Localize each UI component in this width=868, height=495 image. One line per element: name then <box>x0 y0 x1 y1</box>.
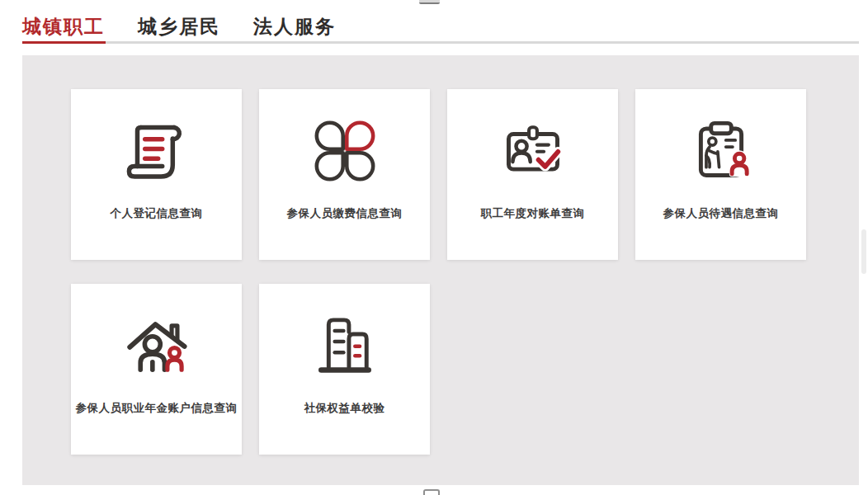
house-people-icon <box>71 310 242 381</box>
tab-bar: 城镇职工 城乡居民 法人服务 <box>22 14 336 40</box>
buildings-icon <box>259 310 430 381</box>
scrollbar-thumb[interactable] <box>861 229 866 274</box>
card-occupational-pension-account-query[interactable]: 参保人员职业年金账户信息查询 <box>71 284 242 455</box>
active-tab-underline <box>22 41 106 44</box>
bottom-cutoff-element <box>423 489 440 495</box>
card-insured-payment-query[interactable]: 参保人员缴费信息查询 <box>259 89 430 260</box>
service-panel: 个人登记信息查询 参保人员缴费信息查询 <box>22 55 859 485</box>
card-personal-registration-query[interactable]: 个人登记信息查询 <box>71 89 242 260</box>
card-annual-statement-query[interactable]: 职工年度对账单查询 <box>447 89 618 260</box>
card-label: 参保人员职业年金账户信息查询 <box>74 401 238 415</box>
card-insured-benefits-query[interactable]: 参保人员待遇信息查询 <box>635 89 806 260</box>
four-petals-icon <box>259 116 430 186</box>
card-label: 个人登记信息查询 <box>74 206 238 220</box>
tab-divider <box>22 41 859 44</box>
tab-urban-employee[interactable]: 城镇职工 <box>22 14 105 40</box>
tab-urban-rural-resident[interactable]: 城乡居民 <box>138 14 220 40</box>
card-label: 社保权益单校验 <box>262 401 427 415</box>
card-label: 职工年度对账单查询 <box>451 206 615 220</box>
card-social-security-rights-verify[interactable]: 社保权益单校验 <box>259 284 430 455</box>
page: 城镇职工 城乡居民 法人服务 <box>0 0 868 495</box>
service-card-grid: 个人登记信息查询 参保人员缴费信息查询 <box>71 89 806 455</box>
id-badge-check-icon <box>447 116 618 186</box>
top-cutoff-element <box>419 0 440 4</box>
tab-legal-person-service[interactable]: 法人服务 <box>253 14 336 40</box>
clipboard-elderly-icon <box>635 116 806 186</box>
card-label: 参保人员待遇信息查询 <box>639 206 803 220</box>
scroll-document-icon <box>71 116 242 186</box>
card-label: 参保人员缴费信息查询 <box>262 206 427 220</box>
